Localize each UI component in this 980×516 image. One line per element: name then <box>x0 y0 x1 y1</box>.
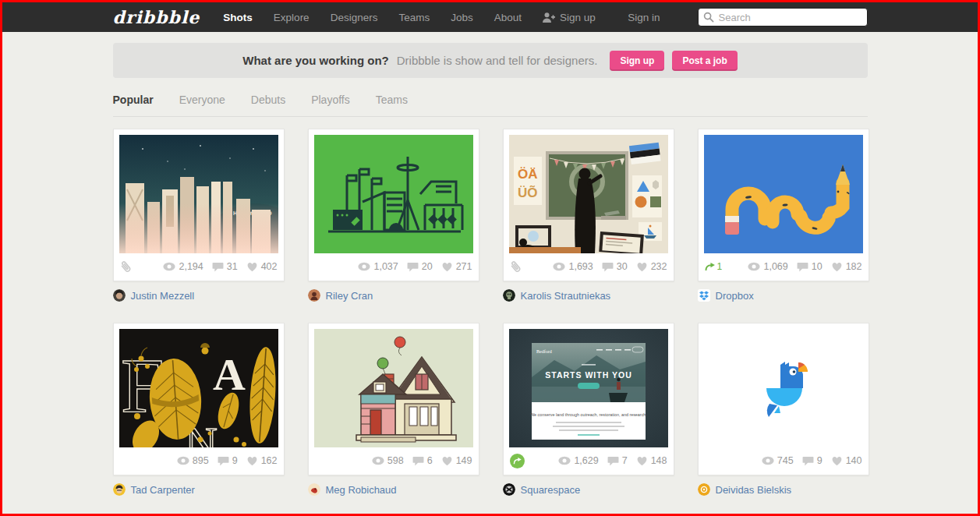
comments-count: 6 <box>427 455 433 466</box>
author-link[interactable]: Deividas Bielskis <box>716 484 792 496</box>
likes-stat[interactable]: 140 <box>831 455 862 466</box>
shot-stats: 1 1,069 10 182 <box>704 253 863 275</box>
author-link[interactable]: Karolis Strautniekas <box>521 290 611 302</box>
avatar[interactable] <box>308 483 320 496</box>
avatar[interactable] <box>698 289 710 302</box>
comments-stat[interactable]: 6 <box>412 455 433 466</box>
avatar[interactable] <box>113 289 126 302</box>
author-link[interactable]: Riley Cran <box>326 290 373 302</box>
shot-card[interactable]: 598 6 149 <box>308 323 479 475</box>
shot-card[interactable]: 1 1,069 10 182 <box>698 129 869 281</box>
views-stat[interactable]: 1,629 <box>558 455 598 466</box>
likes-stat[interactable]: 162 <box>246 455 278 466</box>
shot-author: Squarespace <box>503 483 674 496</box>
views-stat[interactable]: 1,693 <box>553 261 593 272</box>
nav-item-shots[interactable]: Shots <box>223 12 253 23</box>
likes-count: 162 <box>261 455 278 466</box>
nav-item-teams[interactable]: Teams <box>398 12 430 23</box>
nav-item-explore[interactable]: Explore <box>274 12 310 23</box>
shot-thumbnail-pencil-worm[interactable] <box>704 135 863 253</box>
comments-stat[interactable]: 10 <box>797 261 823 272</box>
post-a-job-button[interactable]: Post a job <box>672 51 737 71</box>
avatar[interactable] <box>503 483 515 496</box>
views-stat[interactable]: 1,069 <box>748 261 787 272</box>
views-stat[interactable]: 1,037 <box>358 261 398 272</box>
views-stat[interactable]: 598 <box>372 455 404 466</box>
views-stat[interactable]: 2,194 <box>163 261 203 272</box>
shot-thumbnail-fall-leaves[interactable]: F A N <box>119 329 278 447</box>
shot-card[interactable]: HOLLYWOOD <box>113 129 285 281</box>
rebound-count[interactable]: 1 <box>705 261 723 272</box>
shot-thumbnail-website[interactable]: Bedford STARTS WITH YOU We conserve land… <box>509 329 668 447</box>
likes-stat[interactable]: 402 <box>246 261 278 272</box>
eye-icon <box>558 456 571 465</box>
comments-stat[interactable]: 31 <box>212 261 238 272</box>
author-link[interactable]: Justin Mezzell <box>131 290 195 302</box>
tab-popular[interactable]: Popular <box>113 94 154 106</box>
art-letter-a: A <box>213 349 246 400</box>
views-count: 2,194 <box>179 261 203 272</box>
shot-card[interactable]: 1,037 20 271 <box>308 129 479 281</box>
heart-icon <box>831 456 843 466</box>
comment-icon <box>797 262 808 272</box>
nav-item-jobs[interactable]: Jobs <box>451 12 473 23</box>
comments-stat[interactable]: 9 <box>218 455 238 466</box>
attachment-icon[interactable] <box>506 258 523 276</box>
search-input[interactable] <box>698 8 868 27</box>
tab-everyone[interactable]: Everyone <box>179 94 225 106</box>
comments-stat[interactable]: 30 <box>602 261 628 272</box>
shot-author: Meg Robichaud <box>308 483 479 496</box>
views-stat[interactable]: 745 <box>762 455 794 466</box>
shot-thumbnail-balloon-house[interactable] <box>314 329 473 447</box>
author-link[interactable]: Tad Carpenter <box>131 484 195 496</box>
likes-stat[interactable]: 271 <box>441 261 472 272</box>
rebound-badge-icon[interactable] <box>510 454 525 468</box>
author-link[interactable]: Dropbox <box>716 290 754 302</box>
views-stat[interactable]: 895 <box>177 455 209 466</box>
comments-stat[interactable]: 20 <box>407 261 433 272</box>
shot-card[interactable]: Bedford STARTS WITH YOU We conserve land… <box>503 323 674 475</box>
shot-filter-tabs: Popular Everyone Debuts Playoffs Teams <box>113 94 868 117</box>
dribbble-logo[interactable]: dribbble <box>113 7 200 27</box>
likes-stat[interactable]: 232 <box>636 261 667 272</box>
tab-debuts[interactable]: Debuts <box>251 94 285 106</box>
sign-in-link[interactable]: Sign in <box>628 12 660 23</box>
author-link[interactable]: Squarespace <box>521 484 581 496</box>
shot-cell: Bedford STARTS WITH YOU We conserve land… <box>503 323 674 496</box>
nav-signup-label: Sign up <box>560 12 596 23</box>
avatar[interactable] <box>308 289 320 302</box>
likes-count: 182 <box>846 261 862 272</box>
attachment-icon[interactable] <box>116 258 133 276</box>
avatar[interactable] <box>503 289 515 302</box>
likes-stat[interactable]: 149 <box>441 455 472 466</box>
comment-icon <box>218 456 229 466</box>
comments-count: 20 <box>422 261 433 272</box>
eye-icon <box>372 456 384 465</box>
nav-signup-link[interactable]: Sign up <box>543 12 596 23</box>
tab-teams[interactable]: Teams <box>376 94 408 106</box>
shot-card[interactable]: ÖÄ ÜÕ <box>503 129 674 281</box>
shot-thumbnail-bird-logo[interactable] <box>704 329 863 447</box>
likes-count: 402 <box>261 261 278 272</box>
shot-author: Karolis Strautniekas <box>503 289 674 302</box>
banner-tagline: Dribbble is show and tell for designers. <box>397 54 598 67</box>
rebound-number: 1 <box>717 261 723 272</box>
comments-stat[interactable]: 7 <box>607 455 628 466</box>
avatar[interactable] <box>113 483 126 496</box>
likes-stat[interactable]: 148 <box>636 455 667 466</box>
nav-item-about[interactable]: About <box>494 12 522 23</box>
shot-thumbnail-factory[interactable] <box>314 135 473 253</box>
shots-grid: HOLLYWOOD <box>113 129 868 496</box>
nav-item-designers[interactable]: Designers <box>331 12 378 23</box>
shot-thumbnail-classroom[interactable]: ÖÄ ÜÕ <box>509 135 668 253</box>
tab-playoffs[interactable]: Playoffs <box>311 94 350 106</box>
likes-stat[interactable]: 182 <box>831 261 862 272</box>
shot-card[interactable]: 745 9 140 <box>698 323 869 475</box>
shot-author: Dropbox <box>698 289 869 302</box>
shot-thumbnail-la-skyline[interactable]: HOLLYWOOD <box>119 135 278 253</box>
banner-signup-button[interactable]: Sign up <box>610 51 664 71</box>
shot-card[interactable]: F A N <box>113 323 285 475</box>
author-link[interactable]: Meg Robichaud <box>326 484 397 496</box>
comments-stat[interactable]: 9 <box>802 455 823 466</box>
avatar[interactable] <box>698 483 710 496</box>
